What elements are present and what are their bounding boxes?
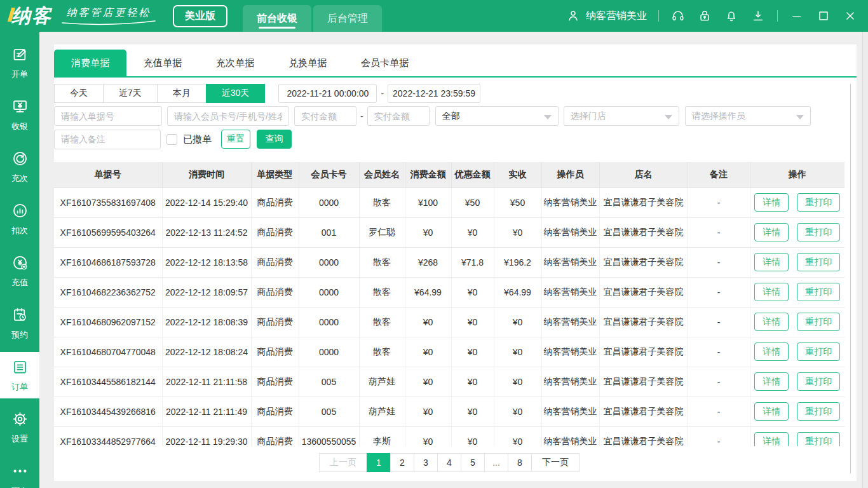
user-account[interactable]: 纳客营销美业	[566, 8, 647, 24]
edition-badge[interactable]: 美业版	[173, 5, 227, 27]
date-range-separator: -	[381, 88, 384, 98]
cell-operator: 纳客营销美业	[541, 396, 599, 426]
cell-order-no: XF16104682236362752	[54, 277, 162, 307]
cell-card-no: 0000	[299, 247, 359, 277]
reprint-button[interactable]: 重打印	[797, 253, 840, 271]
type-select[interactable]: 全部	[435, 106, 559, 126]
quick-range-button[interactable]: 本月	[157, 84, 207, 103]
cell-actions: 详情 重打印	[750, 277, 844, 307]
lock-icon[interactable]	[697, 8, 712, 24]
bell-icon[interactable]	[724, 8, 739, 24]
page-button[interactable]: 4	[437, 453, 461, 472]
document-tab[interactable]: 会员卡单据	[344, 50, 426, 76]
cell-store: 宜昌谦谦君子美容院	[599, 426, 688, 446]
sidebar-item[interactable]: 更多	[0, 456, 39, 488]
cell-store: 宜昌谦谦君子美容院	[599, 187, 688, 217]
page-button[interactable]: 8	[508, 453, 532, 472]
window-scrollbar[interactable]	[862, 32, 868, 488]
detail-button[interactable]: 详情	[754, 313, 789, 331]
sidebar: 开单 收银 充次 扣次 充值 预约 订单	[0, 32, 39, 488]
document-tab[interactable]: 消费单据	[54, 50, 126, 76]
page-button[interactable]: 1	[367, 453, 391, 472]
search-button[interactable]: 查询	[257, 130, 292, 149]
detail-button[interactable]: 详情	[754, 402, 789, 421]
page-button[interactable]: 5	[461, 453, 485, 472]
download-icon[interactable]	[750, 8, 766, 24]
cell-remark: -	[688, 187, 750, 217]
order-no-input[interactable]	[54, 106, 162, 126]
cell-discount: ¥0	[451, 277, 494, 307]
cell-actions: 详情 重打印	[750, 426, 844, 446]
chevron-down-icon	[665, 115, 672, 119]
detail-button[interactable]: 详情	[754, 432, 789, 446]
detail-button[interactable]: 详情	[754, 283, 789, 301]
reprint-button[interactable]: 重打印	[797, 402, 840, 421]
store-select[interactable]: 选择门店	[564, 106, 679, 126]
cell-member: 散客	[359, 247, 405, 277]
reset-button[interactable]: 重置	[221, 130, 250, 149]
sidebar-item[interactable]: 设置	[0, 404, 39, 451]
cell-actions: 详情 重打印	[750, 337, 844, 367]
detail-button[interactable]: 详情	[754, 193, 789, 212]
reprint-button[interactable]: 重打印	[797, 342, 840, 361]
minimize-button[interactable]	[789, 8, 804, 24]
cashier-icon	[11, 98, 29, 118]
sidebar-item[interactable]: 订单	[0, 352, 39, 398]
sidebar-item[interactable]: 预约	[0, 300, 39, 346]
quick-range-button[interactable]: 近30天	[206, 84, 266, 103]
nav-tab-backend[interactable]: 后台管理	[313, 5, 382, 32]
reprint-button[interactable]: 重打印	[797, 283, 840, 301]
detail-button[interactable]: 详情	[754, 372, 789, 391]
sidebar-item[interactable]: 充值	[0, 248, 39, 294]
sidebar-item[interactable]: 扣次	[0, 196, 39, 242]
maximize-button[interactable]	[816, 8, 831, 24]
document-tab[interactable]: 兑换单据	[271, 50, 344, 76]
table-row: XF16107355831697408 2022-12-14 15:29:40 …	[54, 187, 844, 217]
operator-select[interactable]: 请选择操作员	[685, 106, 811, 126]
page-button[interactable]: 2	[390, 453, 414, 472]
headset-icon[interactable]	[670, 8, 686, 24]
page-button[interactable]: 3	[414, 453, 438, 472]
cell-time: 2022-12-12 18:08:24	[162, 337, 251, 367]
prev-page-button[interactable]: 上一页	[319, 453, 367, 472]
nav-tab-front-cashier[interactable]: 前台收银	[243, 5, 311, 32]
date-from-input[interactable]	[278, 84, 377, 103]
cell-time: 2022-12-14 15:29:40	[162, 187, 251, 217]
amount-min-input[interactable]	[294, 106, 356, 126]
cell-time: 2022-12-12 18:09:57	[162, 277, 251, 307]
reprint-button[interactable]: 重打印	[797, 313, 840, 331]
orders-icon	[11, 358, 29, 378]
sidebar-item[interactable]: 收银	[0, 92, 39, 138]
date-to-input[interactable]	[388, 84, 480, 103]
page-button[interactable]: ...	[484, 453, 508, 472]
close-button[interactable]	[843, 8, 858, 24]
remark-input[interactable]	[54, 130, 161, 149]
document-tab[interactable]: 充值单据	[126, 50, 199, 76]
booking-icon	[11, 306, 29, 326]
member-search-input[interactable]	[167, 106, 289, 126]
table-scrollbar[interactable]	[850, 84, 851, 473]
next-page-button[interactable]: 下一页	[531, 453, 580, 472]
reprint-button[interactable]: 重打印	[797, 193, 840, 212]
reprint-button[interactable]: 重打印	[797, 223, 840, 241]
document-tabs: 消费单据 充值单据 充次单据 兑换单据 会员卡单据	[54, 44, 857, 78]
cell-paid: ¥64.99	[494, 277, 541, 307]
cell-amount: ¥0	[405, 307, 451, 337]
sidebar-item-label: 设置	[11, 433, 28, 445]
detail-button[interactable]: 详情	[754, 253, 789, 271]
app-logo: 纳客	[11, 3, 52, 29]
reprint-button[interactable]: 重打印	[797, 372, 840, 391]
cell-order-no: XF16104680962097152	[54, 307, 162, 337]
revoked-checkbox[interactable]	[166, 134, 177, 145]
sidebar-item[interactable]: 开单	[0, 39, 39, 86]
sidebar-item[interactable]: 充次	[0, 144, 39, 190]
document-tab[interactable]: 充次单据	[199, 50, 271, 76]
cell-amount: ¥0	[405, 426, 451, 446]
amount-max-input[interactable]	[367, 106, 430, 126]
detail-button[interactable]: 详情	[754, 223, 789, 241]
quick-range-button[interactable]: 近7天	[103, 84, 158, 103]
cell-order-no: XF16103344852977664	[54, 426, 162, 446]
reprint-button[interactable]: 重打印	[797, 432, 840, 446]
quick-range-button[interactable]: 今天	[54, 84, 104, 103]
detail-button[interactable]: 详情	[754, 342, 789, 361]
